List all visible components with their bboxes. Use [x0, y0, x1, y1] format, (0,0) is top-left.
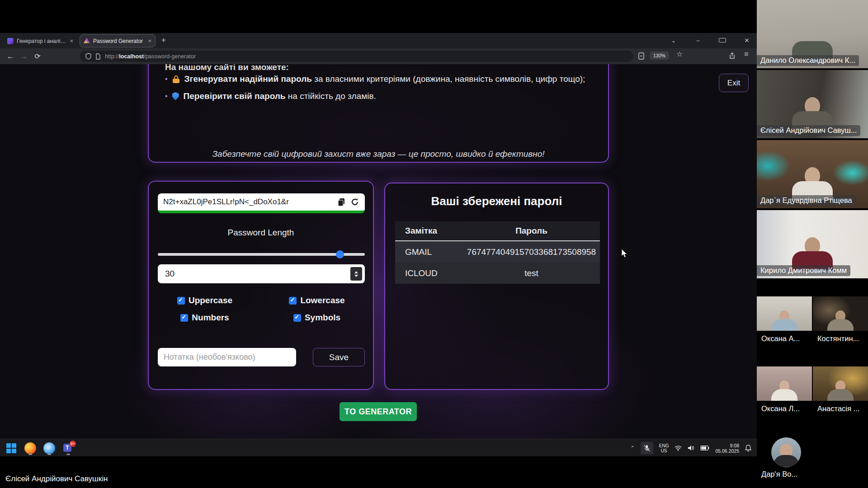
to-generator-button[interactable]: TO GENERATOR — [340, 402, 417, 421]
language-indicator[interactable]: ENGUS — [659, 443, 669, 453]
tagline: Забезпечте свій цифровий захист вже зара… — [149, 149, 608, 159]
speaker-icon[interactable] — [688, 445, 694, 451]
bullet-dot: • — [165, 92, 168, 100]
participant-tile[interactable]: Єлісей Андрійович Савуш... — [757, 70, 868, 138]
participant-tile[interactable]: Анастасія ... — [813, 350, 868, 420]
participant-name: Костянтин... — [817, 334, 859, 343]
mic-muted-icon — [644, 445, 650, 452]
participant-tile[interactable]: Кирило Дмитрович Комм — [757, 210, 868, 278]
password-length-slider[interactable] — [158, 250, 365, 258]
save-button[interactable]: Save — [313, 348, 365, 366]
window-controls: ⌄ – ✕ — [670, 34, 750, 46]
taskbar-apps: T9+ — [5, 439, 74, 457]
windows-logo-icon — [6, 443, 16, 453]
checkbox-checked-icon[interactable] — [177, 297, 185, 305]
exit-button[interactable]: Exit — [719, 74, 749, 92]
checkbox-uppercase[interactable]: Uppercase — [177, 296, 232, 305]
start-button[interactable] — [5, 441, 17, 455]
participant-tile[interactable]: Костянтин... — [813, 280, 868, 350]
saved-passwords-table: Замітка Пароль GMAIL 7674774049157033681… — [395, 221, 600, 284]
checkbox-checked-icon[interactable] — [289, 297, 297, 305]
saved-passwords-title: Ваші збережені паролі — [385, 194, 608, 208]
participant-name: Дар`я Едуардівна Ртіщева — [757, 195, 856, 206]
tab1-close-icon[interactable]: × — [70, 38, 73, 44]
firefox-app-button[interactable] — [24, 441, 36, 455]
column-header-note: Замітка — [395, 226, 463, 236]
blue-app-button[interactable] — [43, 441, 55, 455]
spinner-down-icon[interactable] — [354, 275, 358, 277]
participant-tile[interactable]: Дар'я Во... — [757, 420, 812, 488]
participant-tile[interactable]: Дар`я Едуардівна Ртіщева — [757, 140, 868, 208]
slider-track[interactable] — [158, 253, 365, 256]
tab2-close-icon[interactable]: × — [148, 38, 151, 44]
mic-muted-button[interactable] — [641, 442, 653, 455]
reader-mode-icon[interactable] — [638, 52, 644, 60]
password-field-wrap — [158, 193, 365, 213]
checkbox-lowercase[interactable]: Lowercase — [289, 296, 344, 305]
table-row[interactable]: ICLOUD test — [395, 263, 600, 284]
tab1-favicon — [7, 38, 14, 44]
tray-chevron-up-icon[interactable]: ⌃ — [631, 445, 635, 451]
participant-name: Данило Олександрович К... — [757, 55, 859, 66]
teams-app-button[interactable]: T9+ — [62, 441, 74, 455]
checkbox-checked-icon[interactable] — [180, 314, 188, 322]
length-number-wrap — [158, 264, 365, 283]
address-bar[interactable]: http://localhost/password-generator — [80, 51, 633, 62]
notification-bell-icon[interactable] — [745, 445, 751, 451]
tab1-title: Генератор і аналізатор парол — [17, 38, 66, 44]
clock[interactable]: 9:0805.06.2025 — [715, 443, 739, 454]
generator-card: Password Length Uppercase Lowercase Numb… — [148, 181, 374, 390]
send-to-device-icon[interactable] — [729, 52, 736, 59]
bullet-check: • Перевірити свій пароль на стійкість до… — [165, 91, 376, 101]
row-password: test — [463, 268, 600, 278]
overflow-participants[interactable]: +32 — [813, 420, 868, 488]
number-spinner[interactable] — [350, 267, 362, 281]
participant-tile[interactable]: Данило Олександрович К... — [757, 0, 868, 68]
close-window-button[interactable]: ✕ — [743, 37, 750, 44]
note-input[interactable] — [158, 348, 296, 366]
back-icon[interactable]: ← — [4, 52, 17, 61]
maximize-button[interactable] — [719, 37, 726, 44]
tab-search-chevron-icon[interactable]: ⌄ — [670, 37, 677, 44]
url-text: http://localhost/password-generator — [105, 53, 196, 60]
bookmark-star-icon[interactable]: ☆ — [676, 50, 683, 58]
firefox-icon — [24, 442, 36, 454]
reload-icon[interactable]: ⟳ — [31, 52, 44, 61]
participant-video — [757, 366, 812, 401]
menu-hamburger-icon[interactable]: ≡ — [744, 50, 748, 58]
browser-titlebar: Генератор і аналізатор парол × Password … — [0, 33, 757, 48]
checkbox-symbols[interactable]: Symbols — [293, 313, 340, 323]
windows-taskbar: T9+ ⌃ ENGUS 9:0805.06.2025 — [0, 439, 757, 456]
participant-row: Оксана Л... Анастасія ... — [757, 350, 868, 420]
charset-options: Uppercase Lowercase Numbers Symbols — [149, 296, 373, 323]
participant-name: Єлісей Андрійович Савуш... — [757, 125, 860, 136]
page-info-icon[interactable] — [95, 53, 101, 60]
copy-icon[interactable] — [337, 197, 346, 206]
participant-video — [813, 296, 868, 331]
participant-video — [813, 366, 868, 401]
spinner-up-icon[interactable] — [354, 271, 358, 273]
minimize-button[interactable]: – — [694, 37, 702, 44]
battery-icon[interactable] — [700, 446, 709, 450]
generated-password-input[interactable] — [163, 197, 332, 206]
participant-name: Оксана А... — [761, 334, 800, 343]
new-tab-button[interactable]: + — [161, 36, 166, 45]
wifi-icon[interactable] — [675, 446, 682, 451]
bullet-generate: • Згенерувати надійний пароль за власним… — [165, 74, 585, 84]
length-number-input[interactable] — [164, 268, 350, 279]
participant-video — [757, 296, 812, 331]
tab-generator-analyzer[interactable]: Генератор і аналізатор парол × — [4, 35, 77, 47]
shield-permissions-icon[interactable] — [85, 53, 91, 60]
checkbox-checked-icon[interactable] — [293, 314, 301, 322]
participant-row: Оксана А... Костянтин... — [757, 280, 868, 350]
slider-thumb[interactable] — [336, 250, 344, 258]
tab-password-generator[interactable]: Password Generator × — [80, 34, 156, 47]
participant-tile[interactable]: Оксана Л... — [757, 350, 812, 420]
regenerate-icon[interactable] — [350, 197, 359, 206]
shield-icon — [172, 92, 179, 100]
checkbox-numbers[interactable]: Numbers — [180, 313, 229, 323]
table-row[interactable]: GMAIL 767477404915703368173508958 — [395, 241, 600, 263]
zoom-level-badge[interactable]: 130% — [650, 52, 669, 60]
participant-tile[interactable]: Оксана А... — [757, 280, 812, 350]
forward-icon[interactable]: → — [17, 52, 31, 61]
